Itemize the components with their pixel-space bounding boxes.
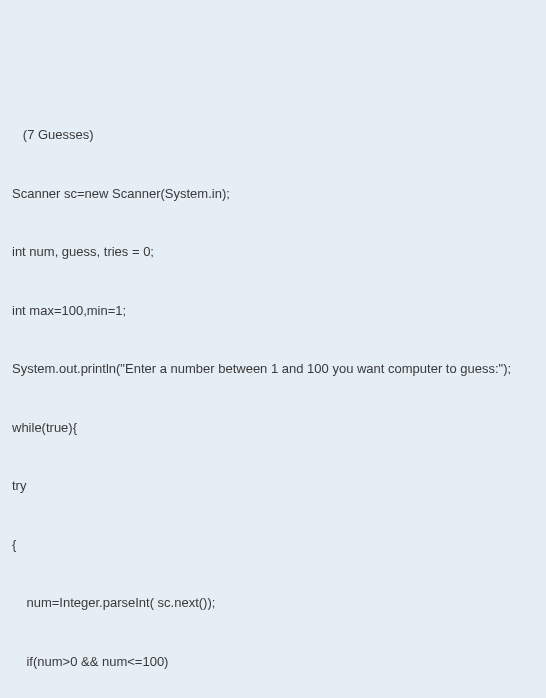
- code-line: (7 Guesses): [12, 125, 534, 145]
- code-line: {: [12, 535, 534, 555]
- code-line: while(true){: [12, 418, 534, 438]
- code-line: int max=100,min=1;: [12, 301, 534, 321]
- code-line: try: [12, 476, 534, 496]
- code-block: (7 Guesses) Scanner sc=new Scanner(Syste…: [12, 86, 534, 698]
- code-line: if(num>0 && num<=100): [12, 652, 534, 672]
- code-line: int num, guess, tries = 0;: [12, 242, 534, 262]
- code-line: num=Integer.parseInt( sc.next());: [12, 593, 534, 613]
- code-line: System.out.println("Enter a number betwe…: [12, 359, 534, 379]
- code-line: Scanner sc=new Scanner(System.in);: [12, 184, 534, 204]
